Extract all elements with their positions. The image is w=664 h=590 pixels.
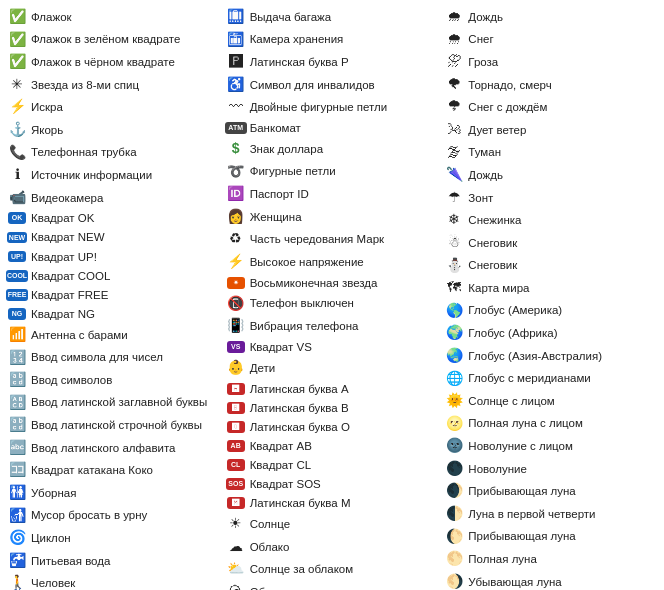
item-label: Квадрат AB bbox=[250, 438, 440, 454]
list-item: ☁Облако bbox=[223, 536, 442, 558]
item-icon: 🌩 bbox=[443, 97, 465, 117]
list-item: 🌂Дождь bbox=[441, 164, 660, 186]
item-icon: NG bbox=[6, 308, 28, 320]
list-item: ☃Снеговик bbox=[441, 232, 660, 254]
list-item: 🌞Солнце с лицом bbox=[441, 390, 660, 412]
list-item: 🌨Снег bbox=[441, 29, 660, 51]
item-icon: 👶 bbox=[225, 358, 247, 378]
list-item: 🔢Ввод символа для чисел bbox=[4, 347, 223, 369]
item-label: Высокое напряжение bbox=[250, 254, 440, 270]
item-icon: 🌎 bbox=[443, 301, 465, 321]
item-label: Выдача багажа bbox=[250, 9, 440, 25]
list-item: 🅾Латинская буква O bbox=[223, 418, 442, 436]
item-icon: 🌨 bbox=[443, 30, 465, 50]
item-label: Флажок в чёрном квадрате bbox=[31, 54, 221, 70]
list-item: ⛄Снеговик bbox=[441, 255, 660, 277]
item-icon: OK bbox=[6, 212, 28, 224]
item-label: Ввод символа для чисел bbox=[31, 349, 221, 365]
item-icon: ⛅ bbox=[225, 559, 247, 579]
item-icon: NEW bbox=[6, 232, 28, 244]
item-label: Циклон bbox=[31, 530, 221, 546]
item-label: Питьевая вода bbox=[31, 553, 221, 569]
item-label: Снежинка bbox=[468, 212, 658, 228]
item-label: Торнадо, смерч bbox=[468, 77, 658, 93]
item-icon: 🔡 bbox=[6, 370, 28, 390]
item-label: Туман bbox=[468, 144, 658, 160]
item-label: Снеговик bbox=[468, 257, 658, 273]
item-icon: ❄ bbox=[443, 210, 465, 230]
item-label: Новолуние bbox=[468, 461, 658, 477]
column-2: 🛄Выдача багажа🛅Камера хранения🅿Латинская… bbox=[223, 6, 442, 590]
list-item: 🌩Снег с дождём bbox=[441, 96, 660, 118]
item-icon: 🌓 bbox=[443, 504, 465, 524]
list-item: 🔡Ввод символов bbox=[4, 369, 223, 391]
item-icon: 🅱 bbox=[225, 402, 247, 414]
item-label: Облачно bbox=[250, 584, 440, 590]
item-label: Восьмиконечная звезда bbox=[250, 275, 440, 291]
item-icon: ℹ bbox=[6, 165, 28, 185]
item-label: Женщина bbox=[250, 209, 440, 225]
list-item: CLКвадрат CL bbox=[223, 456, 442, 474]
list-item: 🔡Ввод латинской строчной буквы bbox=[4, 414, 223, 436]
item-label: Источник информации bbox=[31, 167, 221, 183]
item-label: Латинская буква A bbox=[250, 381, 440, 397]
column-3: 🌧Дождь🌨Снег⛈Гроза🌪Торнадо, смерч🌩Снег с … bbox=[441, 6, 660, 590]
item-icon: 🛅 bbox=[225, 30, 247, 50]
item-label: Квадрат FREE bbox=[31, 287, 221, 303]
item-label: Квадрат UP! bbox=[31, 249, 221, 265]
list-item: ♻Часть чередования Марк bbox=[223, 228, 442, 250]
item-icon: ♿ bbox=[225, 75, 247, 95]
item-icon: ⛄ bbox=[443, 256, 465, 276]
item-icon: 🌝 bbox=[443, 414, 465, 434]
item-label: Квадрат COOL bbox=[31, 268, 221, 284]
list-item: 🌔Прибывающая луна bbox=[441, 526, 660, 548]
item-icon: UP! bbox=[6, 251, 28, 263]
item-label: Глобус (Африка) bbox=[468, 325, 658, 341]
item-icon: ⚓ bbox=[6, 120, 28, 140]
item-label: Телефонная трубка bbox=[31, 144, 221, 160]
list-item: ✅Флажок bbox=[4, 6, 223, 28]
item-icon: 🌖 bbox=[443, 572, 465, 590]
item-icon: ♻ bbox=[225, 229, 247, 249]
item-label: Луна в первой четверти bbox=[468, 506, 658, 522]
list-item: NGКвадрат NG bbox=[4, 305, 223, 323]
item-label: Квадрат VS bbox=[250, 339, 440, 355]
list-item: 🌫Туман bbox=[441, 142, 660, 164]
item-icon: AB bbox=[225, 440, 247, 452]
list-item: 🔤Ввод латинского алфавита bbox=[4, 437, 223, 459]
item-label: Вибрация телефона bbox=[250, 318, 440, 334]
item-icon: 🈁 bbox=[6, 460, 28, 480]
item-icon: $ bbox=[225, 139, 247, 159]
list-item: 〰Двойные фигурные петли bbox=[223, 96, 442, 118]
item-label: Латинская буква M bbox=[250, 495, 440, 511]
item-icon: ⚡ bbox=[225, 252, 247, 272]
item-label: Карта мира bbox=[468, 280, 658, 296]
item-icon: ATM bbox=[225, 122, 247, 134]
list-item: ➰Фигурные петли bbox=[223, 161, 442, 183]
list-item: 🌎Глобус (Америка) bbox=[441, 300, 660, 322]
list-item: NEWКвадрат NEW bbox=[4, 228, 223, 246]
item-label: Прибывающая луна bbox=[468, 528, 658, 544]
item-label: Снег с дождём bbox=[468, 99, 658, 115]
list-item: 🚰Питьевая вода bbox=[4, 550, 223, 572]
list-item: VSКвадрат VS bbox=[223, 338, 442, 356]
column-1: ✅Флажок✅Флажок в зелёном квадрате✅Флажок… bbox=[4, 6, 223, 590]
item-label: Видеокамера bbox=[31, 190, 221, 206]
item-label: Глобус (Америка) bbox=[468, 302, 658, 318]
item-icon: 🚻 bbox=[6, 483, 28, 503]
item-label: Новолуние с лицом bbox=[468, 438, 658, 454]
list-item: ⛈Гроза bbox=[441, 51, 660, 73]
list-item: ⚓Якорь bbox=[4, 119, 223, 141]
list-item: ❄Снежинка bbox=[441, 209, 660, 231]
item-label: Дождь bbox=[468, 9, 658, 25]
item-icon: 👩 bbox=[225, 207, 247, 227]
item-icon: 🌬 bbox=[443, 120, 465, 140]
item-icon: 🌍 bbox=[443, 323, 465, 343]
list-item: 🌥Облачно bbox=[223, 581, 442, 590]
list-item: 🆔Паспорт ID bbox=[223, 183, 442, 205]
item-icon: 🔤 bbox=[6, 438, 28, 458]
item-label: Солнце с лицом bbox=[468, 393, 658, 409]
list-item: ATMБанкомат bbox=[223, 119, 442, 137]
item-label: Символ для инвалидов bbox=[250, 77, 440, 93]
list-item: ✅Флажок в зелёном квадрате bbox=[4, 29, 223, 51]
